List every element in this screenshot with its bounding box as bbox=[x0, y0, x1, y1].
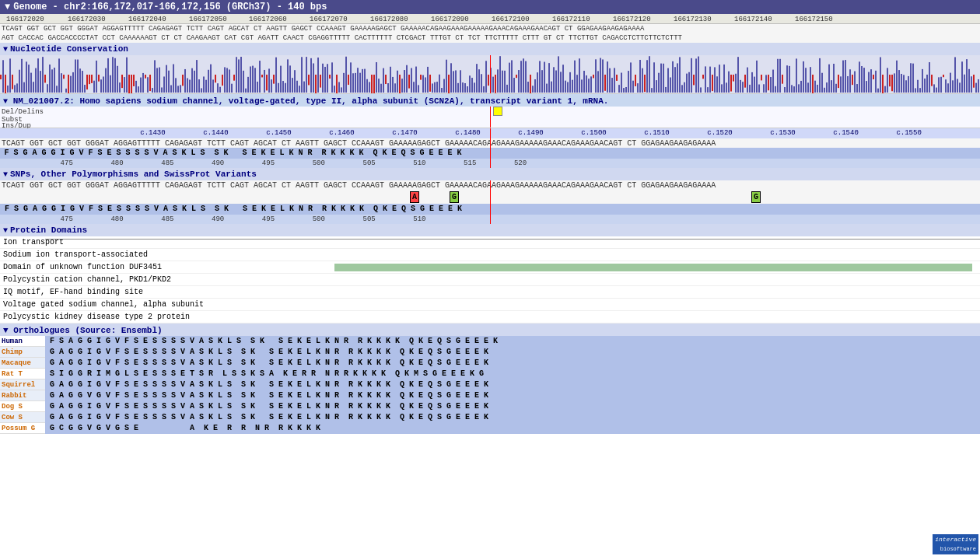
ortho-macaque: Macaque G A G G I G V F S E S S S S V A … bbox=[0, 358, 980, 369]
domain-label: IQ motif, EF-hand binding site bbox=[3, 288, 143, 296]
conservation-track bbox=[0, 55, 980, 94]
ortho-label-rat: Rat T bbox=[0, 370, 45, 378]
red-line-snppos bbox=[490, 215, 491, 224]
red-line-pos bbox=[490, 159, 491, 168]
ortho-cow: Cow S G A G G I G V F S E S S S S V A S … bbox=[0, 412, 980, 423]
logo-interactive: interactive bbox=[933, 534, 978, 544]
snp-pos-row: 475 480 485 490 495 500 505 510 bbox=[0, 215, 980, 224]
ortho-label-rabbit: Rabbit bbox=[0, 392, 45, 400]
ortho-title: Orthologues (Source: Ensembl) bbox=[13, 326, 162, 335]
red-line bbox=[490, 55, 491, 93]
ortho-arrow: ▼ bbox=[3, 326, 9, 335]
ortho-rat: Rat T S I G G R I M G L S E S S S E T S … bbox=[0, 369, 980, 379]
snp-aa-row: F S G A G G I G V F S E S S S S V A S K … bbox=[0, 204, 980, 215]
cdna-coord-row: c.1430 c.1440 c.1450 c.1460 c.1470 c.148… bbox=[0, 128, 980, 138]
snps-arrow: ▼ bbox=[3, 170, 8, 179]
red-line-snp bbox=[490, 180, 491, 190]
ortho-seq-macaque: G A G G I G V F S E S S S S V A S K L S … bbox=[45, 358, 980, 369]
domain-label: Sodium ion transport-associated bbox=[3, 250, 148, 259]
ortho-seq-squirrel: G A G G I G V F S E S S S S V A S K L S … bbox=[45, 379, 980, 390]
domain-ion-transport: Ion transport bbox=[0, 236, 980, 249]
snp-badge-a: A bbox=[410, 191, 419, 203]
domain-duf3451: Domain of unknown function DUF3451 bbox=[0, 261, 980, 274]
genome-header: ▼ Genome - chr2:166,172,017-166,172,156 … bbox=[0, 0, 980, 14]
conservation-arrow: ▼ bbox=[3, 45, 8, 54]
ortho-seq-rat: S I G G R I M G L S E S S S E T S R L S … bbox=[45, 369, 980, 379]
genome-title: Genome - chr2:166,172,017-166,172,156 (G… bbox=[13, 2, 327, 12]
duf3451-bar bbox=[334, 264, 972, 271]
ortho-label-macaque: Macaque bbox=[0, 359, 45, 367]
red-line-nmseq bbox=[490, 138, 491, 148]
domain-pkd2: Polycystic kidney disease type 2 protein bbox=[0, 311, 980, 323]
ortho-possum: Possum G G C G G V G V G S E A K E R R N… bbox=[0, 423, 980, 434]
red-line-aa bbox=[490, 148, 491, 159]
domain-iq-motif: IQ motif, EF-hand binding site bbox=[0, 286, 980, 299]
ortho-label-squirrel: Squirrel bbox=[0, 381, 45, 389]
ortho-seq-human: F S A G G I G V F S E S S S S V A S K L … bbox=[45, 336, 980, 347]
nm-title: NM_021007.2: Homo sapiens sodium channel… bbox=[13, 96, 609, 106]
ortho-dog: Dog S G A G G I G V F S E S S S S V A S … bbox=[0, 401, 980, 412]
logo-container: interactive biosoftware bbox=[933, 534, 978, 554]
snp-sequence: TCAGT GGT GCT GGT GGGAT AGGAGTTTTT CAGAG… bbox=[0, 180, 980, 190]
subst-badge bbox=[493, 107, 502, 116]
nm-pos-row: 475 480 485 490 495 500 505 510 515 520 bbox=[0, 159, 980, 168]
red-line-snpaa bbox=[490, 204, 491, 215]
sequence-row-1: TCAGT GGT GCT GGT GGGAT AGGAGTTTTT CAGAG… bbox=[0, 24, 980, 33]
ion-transport-line bbox=[45, 239, 980, 240]
protein-domains-header: ▼ Protein Domains bbox=[0, 224, 980, 236]
domain-label: Polycystic kidney disease type 2 protein bbox=[3, 313, 190, 321]
logo-biosoftware: biosoftware bbox=[933, 544, 978, 554]
ortho-label-dog: Dog S bbox=[0, 403, 45, 411]
ortho-seq-chimp: G A G G I G V F S E S S S S V A S K L S … bbox=[45, 347, 980, 358]
mutation-rows: Del/Delins Subst Ins/Dup bbox=[0, 107, 980, 128]
snp-badges-row: A G G bbox=[0, 190, 980, 204]
nucleotide-conservation-header: ▼ Nucleotide Conservation bbox=[0, 43, 980, 55]
genome-triangle: ▼ bbox=[5, 2, 10, 12]
domain-sodium-assoc: Sodium ion transport-associated bbox=[0, 249, 980, 261]
domain-polycystin: Polycystin cation channel, PKD1/PKD2 bbox=[0, 274, 980, 286]
red-line-cdna bbox=[490, 128, 491, 138]
snp-badge-g1: G bbox=[450, 191, 459, 203]
snps-header: ▼ SNPs, Other Polymorphisms and SwissPro… bbox=[0, 168, 980, 180]
ortho-seq-rabbit: G A G G V G V F S E S S S S V A S K L S … bbox=[45, 390, 980, 401]
nm-track-header: ▼ NM_021007.2: Homo sapiens sodium chann… bbox=[0, 94, 980, 107]
ortho-human: Human F S A G G I G V F S E S S S S V A … bbox=[0, 336, 980, 347]
ortho-chimp: Chimp G A G G I G V F S E S S S S V A S … bbox=[0, 347, 980, 358]
ortho-label-human: Human bbox=[0, 337, 45, 345]
protein-arrow: ▼ bbox=[3, 226, 8, 235]
sequence-row-2: AGT CACCAC GACCACCCCTAT CCT CAAAAAAGT CT… bbox=[0, 33, 980, 43]
snps-title: SNPs, Other Polymorphisms and SwissProt … bbox=[10, 170, 257, 179]
orthologues-header: ▼ Orthologues (Source: Ensembl) bbox=[0, 323, 980, 336]
nm-sequence: TCAGT GGT GCT GGT GGGAT AGGAGTTTTT CAGAG… bbox=[0, 138, 980, 148]
domain-label: Voltage gated sodium channel, alpha subu… bbox=[3, 300, 204, 309]
red-line-badges bbox=[490, 190, 491, 204]
nm-aa-row: F S G A G G I G V F S E S S S S V A S K … bbox=[0, 148, 980, 159]
ortho-squirrel: Squirrel G A G G I G V F S E S S S S V A… bbox=[0, 379, 980, 390]
conservation-title: Nucleotide Conservation bbox=[10, 44, 128, 54]
ortho-seq-possum: G C G G V G V G S E A K E R R N R R K K … bbox=[45, 423, 980, 434]
ortho-label-possum: Possum G bbox=[0, 425, 45, 432]
del-label: Del/Delins bbox=[2, 108, 44, 116]
protein-title: Protein Domains bbox=[10, 226, 87, 235]
red-line-mut bbox=[490, 107, 491, 128]
snp-badge-g2: G bbox=[751, 191, 761, 203]
ortho-seq-dog: G A G G I G V F S E S S S S V A S K L S … bbox=[45, 401, 980, 412]
ortho-rabbit: Rabbit G A G G V G V F S E S S S S V A S… bbox=[0, 390, 980, 401]
domain-label: Polycystin cation channel, PKD1/PKD2 bbox=[3, 275, 171, 284]
ortho-seq-cow: G A G G I G V F S E S S S S V A S K L S … bbox=[45, 412, 980, 423]
ortho-label-chimp: Chimp bbox=[0, 348, 45, 356]
ortho-label-cow: Cow S bbox=[0, 414, 45, 421]
domain-voltage-gated: Voltage gated sodium channel, alpha subu… bbox=[0, 299, 980, 311]
domain-label: Domain of unknown function DUF3451 bbox=[3, 263, 162, 271]
coord-ruler: 166172020 166172030 166172040 166172050 … bbox=[0, 14, 980, 24]
